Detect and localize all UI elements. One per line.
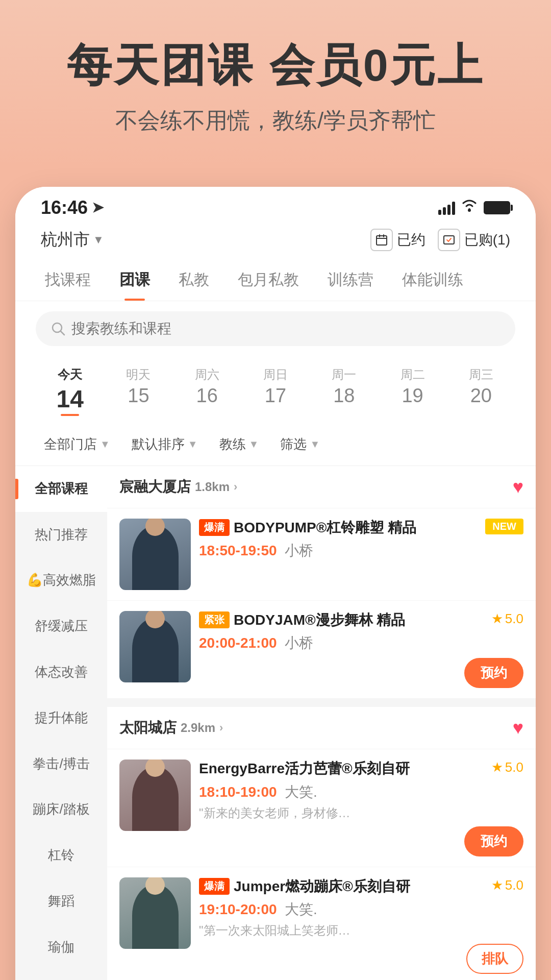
course-tags-2: 紧张 BODYJAM®漫步舞林 精品 <box>199 611 405 629</box>
date-mon[interactable]: 周一 18 <box>310 361 378 418</box>
course-item-1: 爆满 BODYPUMP®杠铃雕塑 精品 NEW 18:50-19:50 小桥 <box>107 508 536 601</box>
filter-store-arrow: ▼ <box>100 438 110 450</box>
city-name: 杭州市 <box>41 229 90 251</box>
course-image-1 <box>119 519 191 590</box>
purchased-button[interactable]: 已购(1) <box>438 229 510 251</box>
svg-line-7 <box>61 331 64 335</box>
sidebar-item-relax[interactable]: 舒缓减压 <box>15 603 107 649</box>
sidebar-item-barbell[interactable]: 杠铃 <box>15 832 107 878</box>
purchased-label: 已购(1) <box>464 230 510 250</box>
tab-fitness[interactable]: 体能训练 <box>388 261 478 301</box>
tag-tight-2: 紧张 <box>199 611 230 628</box>
tab-find-course[interactable]: 找课程 <box>31 261 105 301</box>
course-action-4: 排队 <box>199 944 523 974</box>
svg-rect-1 <box>377 236 387 245</box>
tab-training-camp[interactable]: 训练营 <box>313 261 388 301</box>
location-selector[interactable]: 杭州市 ▼ <box>41 229 104 251</box>
course-time-3: 18:10-19:00 大笑. <box>199 782 523 802</box>
sidebar-item-all[interactable]: 全部课程 <box>15 466 107 512</box>
course-list: 宸融大厦店 1.8km › ♥ <box>107 466 536 980</box>
course-time-2: 20:00-21:00 小桥 <box>199 633 523 653</box>
date-wed[interactable]: 周三 20 <box>447 361 515 418</box>
category-sidebar: 全部课程 热门推荐 💪高效燃脂 舒缓减压 体态改善 提升体能 拳击/搏击 蹦床/… <box>15 466 107 980</box>
course-time-1: 18:50-19:50 小桥 <box>199 541 523 560</box>
star-icon-2: ★ <box>491 611 503 627</box>
course-item-2: 紧张 BODYJAM®漫步舞林 精品 ★ 5.0 20:00-21:00 小桥 … <box>107 601 536 699</box>
reserve-button-2[interactable]: 预约 <box>464 658 523 688</box>
store-distance-2: 2.9km <box>181 721 215 735</box>
filter-sort-arrow: ▼ <box>188 438 198 450</box>
store-arrow-2: › <box>219 721 223 734</box>
star-rating-3: ★ 5.0 <box>491 760 523 775</box>
sidebar-item-dance[interactable]: 舞蹈 <box>15 878 107 924</box>
phone-mockup: 16:46 ➤ 杭州市 ▼ <box>15 187 536 980</box>
tab-monthly-private[interactable]: 包月私教 <box>223 261 313 301</box>
course-time-4: 19:10-20:00 大笑. <box>199 900 523 919</box>
top-actions: 已约 已购(1) <box>370 229 510 251</box>
top-bar: 杭州市 ▼ 已约 <box>15 224 536 261</box>
signal-icon <box>438 201 455 215</box>
sidebar-item-yoga[interactable]: 瑜伽 <box>15 924 107 970</box>
date-today[interactable]: 今天 14 <box>36 361 104 418</box>
tab-group-class[interactable]: 团课 <box>105 261 164 301</box>
main-content: 全部课程 热门推荐 💪高效燃脂 舒缓减压 体态改善 提升体能 拳击/搏击 蹦床/… <box>15 466 536 980</box>
course-desc-3: "新来的美女老师，身材修长匀称，教... <box>199 805 362 821</box>
store-favorite-2[interactable]: ♥ <box>513 717 523 739</box>
location-dropdown-icon: ▼ <box>93 233 104 247</box>
filter-store[interactable]: 全部门店 ▼ <box>36 431 118 457</box>
location-arrow-icon: ➤ <box>92 199 104 216</box>
hero-title: 每天团课 会员0元上 <box>31 41 520 90</box>
course-item-3: EnergyBarre活力芭蕾®乐刻自研 ★ 5.0 18:10-19:00 大… <box>107 749 536 867</box>
star-rating-2: ★ 5.0 <box>491 611 523 627</box>
store-divider <box>107 699 536 707</box>
sidebar-item-trampoline[interactable]: 蹦床/踏板 <box>15 787 107 832</box>
sidebar-item-fat-burn[interactable]: 💪高效燃脂 <box>15 557 107 603</box>
store-header-2[interactable]: 太阳城店 2.9km › ♥ <box>107 707 536 749</box>
hero-subtitle: 不会练不用慌，教练/学员齐帮忙 <box>31 106 520 136</box>
status-time: 16:46 ➤ <box>41 197 104 218</box>
nav-tabs: 找课程 团课 私教 包月私教 训练营 体能训练 <box>15 261 536 301</box>
filter-sort[interactable]: 默认排序 ▼ <box>123 431 206 457</box>
date-sat[interactable]: 周六 16 <box>173 361 241 418</box>
store-header-1[interactable]: 宸融大厦店 1.8km › ♥ <box>107 466 536 508</box>
course-name-4: Jumper燃动蹦床®乐刻自研 <box>234 877 410 896</box>
queue-button-4[interactable]: 排队 <box>466 944 523 974</box>
star-rating-4: ★ 5.0 <box>491 877 523 893</box>
booked-button[interactable]: 已约 <box>370 229 425 251</box>
search-input[interactable] <box>71 321 500 337</box>
course-image-3 <box>119 760 191 831</box>
tag-hot-4: 爆满 <box>199 878 230 895</box>
course-info-4: 爆满 Jumper燃动蹦床®乐刻自研 ★ 5.0 19:10-20:00 大笑.… <box>199 877 523 974</box>
filter-coach[interactable]: 教练 ▼ <box>211 431 267 457</box>
course-tags-1: 爆满 BODYPUMP®杠铃雕塑 精品 <box>199 519 416 537</box>
store-name-2: 太阳城店 <box>119 718 177 738</box>
svg-point-0 <box>468 209 471 212</box>
search-bar[interactable] <box>36 311 515 346</box>
filter-more[interactable]: 筛选 ▼ <box>272 431 328 457</box>
star-icon-3: ★ <box>491 760 503 775</box>
course-header-4: 爆满 Jumper燃动蹦床®乐刻自研 ★ 5.0 <box>199 877 523 896</box>
date-sun[interactable]: 周日 17 <box>241 361 310 418</box>
course-header-2: 紧张 BODYJAM®漫步舞林 精品 ★ 5.0 <box>199 611 523 629</box>
course-header-1: 爆满 BODYPUMP®杠铃雕塑 精品 NEW <box>199 519 523 537</box>
course-name-2: BODYJAM®漫步舞林 精品 <box>234 611 405 629</box>
store-info-1: 宸融大厦店 1.8km › <box>119 477 237 497</box>
course-image-4 <box>119 877 191 949</box>
sidebar-item-posture[interactable]: 体态改善 <box>15 649 107 695</box>
store-distance-1: 1.8km <box>195 480 230 494</box>
store-name-1: 宸融大厦店 <box>119 477 191 497</box>
tag-hot-1: 爆满 <box>199 519 230 536</box>
reserve-button-3[interactable]: 预约 <box>464 826 523 856</box>
filter-row: 全部门店 ▼ 默认排序 ▼ 教练 ▼ 筛选 ▼ <box>15 423 536 466</box>
date-tomorrow[interactable]: 明天 15 <box>104 361 172 418</box>
store-favorite-1[interactable]: ♥ <box>513 476 523 498</box>
date-selector: 今天 14 明天 15 周六 16 周日 17 周一 18 周二 19 周三 2… <box>15 356 536 423</box>
date-tue[interactable]: 周二 19 <box>378 361 446 418</box>
battery-icon <box>484 201 510 214</box>
sidebar-item-hot[interactable]: 热门推荐 <box>15 512 107 558</box>
sidebar-item-boxing[interactable]: 拳击/搏击 <box>15 741 107 787</box>
status-bar: 16:46 ➤ <box>15 187 536 224</box>
course-item-4: 爆满 Jumper燃动蹦床®乐刻自研 ★ 5.0 19:10-20:00 大笑.… <box>107 867 536 980</box>
sidebar-item-fitness[interactable]: 提升体能 <box>15 695 107 741</box>
tab-private[interactable]: 私教 <box>164 261 223 301</box>
